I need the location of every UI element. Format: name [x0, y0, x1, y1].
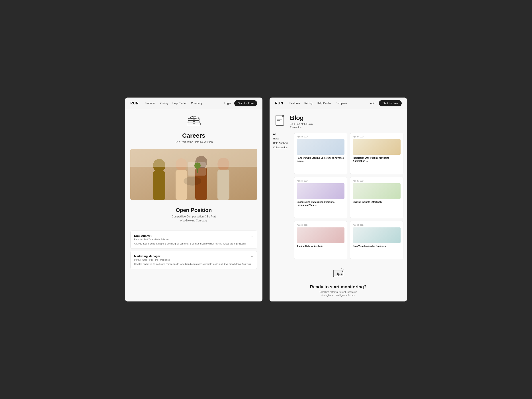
- blog-card-date: Apr 24, 2024: [297, 224, 344, 226]
- nav-links: Features Pricing Help Center Company: [290, 102, 369, 105]
- blog-card-image: [297, 183, 344, 199]
- filter-data-analysis[interactable]: Data Analysis: [273, 142, 290, 144]
- svg-line-31: [342, 270, 344, 270]
- logo[interactable]: RUN: [130, 101, 139, 105]
- blog-title-area: Blog Be a Part of the Data Revolution: [290, 114, 402, 129]
- blog-card[interactable]: Apr 23, 2024 Data Vizualization for Busi…: [350, 221, 403, 259]
- svg-rect-13: [176, 170, 187, 200]
- filter-collaboration[interactable]: Collaboration: [273, 146, 290, 149]
- job-title: Data Analyst: [134, 234, 151, 237]
- job-tags: Remote · Part-Time · Data-Science: [134, 238, 253, 241]
- job-item[interactable]: Data Analyst ⌄ Remote · Part-Time · Data…: [130, 231, 257, 249]
- blog-card-image: [353, 139, 400, 155]
- open-positions-subtitle: Competitive Compensation & Be Part of a …: [134, 215, 253, 222]
- blog-body: All News Data Analysis Collaboration Apr…: [270, 133, 407, 263]
- svg-point-18: [184, 177, 201, 185]
- careers-subtitle: Be a Part of the Data Revolution: [175, 140, 213, 144]
- blog-page: RUN Features Pricing Help Center Company…: [270, 98, 407, 301]
- job-header: Data Analyst ⌄: [134, 234, 253, 237]
- svg-rect-7: [193, 117, 196, 118]
- blog-cta-subtitle: Unlocking potential through innovative s…: [275, 290, 402, 297]
- blog-card[interactable]: Apr 24, 2024 Taming Data for Analysis: [294, 221, 347, 259]
- blog-card-image: [353, 183, 400, 199]
- job-header: Marketing Manager ⌄: [134, 254, 253, 258]
- job-description: Analyze data to generate reports and ins…: [134, 242, 253, 245]
- svg-point-22: [194, 163, 201, 169]
- svg-rect-6: [190, 116, 193, 119]
- open-positions-title: Open Position: [134, 207, 253, 213]
- blog-card-title: Encouraging Data-Driven Decisions throug…: [297, 201, 344, 207]
- logo[interactable]: RUN: [275, 101, 283, 105]
- blog-hero: Blog Be a Part of the Data Revolution: [270, 109, 407, 133]
- document-icon: [275, 114, 285, 127]
- nav-features[interactable]: Features: [290, 102, 300, 105]
- nav-right: Login Start for Free: [224, 100, 257, 106]
- blog-cta: Ready to start monitoring? Unlocking pot…: [270, 263, 407, 301]
- svg-rect-8: [196, 117, 198, 119]
- expand-icon[interactable]: ⌄: [251, 254, 253, 258]
- blog-card[interactable]: Apr 25, 2024 Sharing Insights Effectivel…: [350, 177, 403, 218]
- job-item[interactable]: Marketing Manager ⌄ Paris, France · Full…: [130, 251, 257, 269]
- blog-grid: Apr 28, 2024 Partners with Leading Unive…: [294, 133, 407, 263]
- monitor-icon: [332, 267, 345, 281]
- careers-hero: Careers Be a Part of the Data Revolution: [125, 109, 262, 149]
- navbar: RUN Features Pricing Help Center Company…: [125, 98, 262, 109]
- blog-subtitle: Be a Part of the Data Revolution: [290, 122, 402, 129]
- filing-cabinet-icon: [185, 116, 203, 129]
- careers-title: Careers: [182, 132, 205, 139]
- nav-login[interactable]: Login: [369, 102, 375, 105]
- nav-login[interactable]: Login: [224, 102, 231, 105]
- blog-card-date: Apr 28, 2024: [297, 136, 344, 138]
- nav-help-center[interactable]: Help Center: [317, 102, 331, 105]
- nav-links: Features Pricing Help Center Company: [145, 102, 224, 105]
- team-photo: [130, 149, 257, 200]
- blog-content: Blog Be a Part of the Data Revolution Al…: [270, 109, 407, 301]
- blog-card-title: Partners with Leading University to Adva…: [297, 157, 344, 163]
- blog-card-image: [297, 139, 344, 155]
- svg-line-30: [341, 268, 342, 269]
- filter-news[interactable]: News: [273, 137, 290, 140]
- svg-rect-0: [188, 120, 199, 123]
- blog-title: Blog: [290, 114, 402, 121]
- svg-rect-23: [276, 115, 284, 126]
- start-free-button[interactable]: Start for Free: [379, 100, 402, 106]
- nav-company[interactable]: Company: [191, 102, 203, 105]
- svg-rect-17: [217, 170, 229, 200]
- blog-card-date: Apr 26, 2024: [297, 180, 344, 182]
- filter-all[interactable]: All: [273, 133, 290, 135]
- svg-rect-2: [187, 123, 200, 125]
- start-free-button[interactable]: Start for Free: [234, 100, 257, 106]
- careers-page: RUN Features Pricing Help Center Company…: [125, 98, 262, 301]
- svg-rect-11: [153, 171, 165, 200]
- navbar: RUN Features Pricing Help Center Company…: [270, 98, 407, 109]
- open-positions-header: Open Position Competitive Compensation &…: [125, 200, 262, 227]
- blog-card-title: Sharing Insights Effectively: [353, 201, 400, 204]
- nav-right: Login Start for Free: [369, 100, 402, 106]
- blog-sidebar: All News Data Analysis Collaboration: [270, 133, 294, 263]
- job-description: Develop and execute marketing campaigns …: [134, 262, 253, 266]
- nav-features[interactable]: Features: [145, 102, 155, 105]
- nav-help-center[interactable]: Help Center: [172, 102, 187, 105]
- nav-pricing[interactable]: Pricing: [304, 102, 313, 105]
- blog-card-date: Apr 27, 2024: [353, 136, 400, 138]
- expand-icon[interactable]: ⌄: [251, 234, 253, 237]
- nav-pricing[interactable]: Pricing: [160, 102, 168, 105]
- blog-card[interactable]: Apr 26, 2024 Encouraging Data-Driven Dec…: [294, 177, 347, 218]
- blog-card-date: Apr 25, 2024: [353, 180, 400, 182]
- blog-card[interactable]: Apr 27, 2024 Integration with Popular Ma…: [350, 133, 403, 174]
- blog-card-image: [353, 228, 400, 243]
- nav-company[interactable]: Company: [336, 102, 348, 105]
- careers-content: Careers Be a Part of the Data Revolution: [125, 109, 262, 301]
- job-title: Marketing Manager: [134, 254, 160, 258]
- blog-cta-title: Ready to start monitoring?: [275, 284, 402, 290]
- blog-icon-area: [275, 114, 285, 129]
- blog-card-date: Apr 23, 2024: [353, 224, 400, 226]
- job-listings: Data Analyst ⌄ Remote · Part-Time · Data…: [125, 227, 262, 275]
- blog-card-image: [297, 228, 344, 243]
- blog-card[interactable]: Apr 28, 2024 Partners with Leading Unive…: [294, 133, 347, 174]
- job-tags: Paris, France · Full-Time · Marketing: [134, 259, 253, 261]
- blog-card-title: Integration with Popular Marketing Autom…: [353, 157, 400, 163]
- blog-card-title: Data Vizualization for Business: [353, 245, 400, 248]
- blog-card-title: Taming Data for Analysis: [297, 245, 344, 248]
